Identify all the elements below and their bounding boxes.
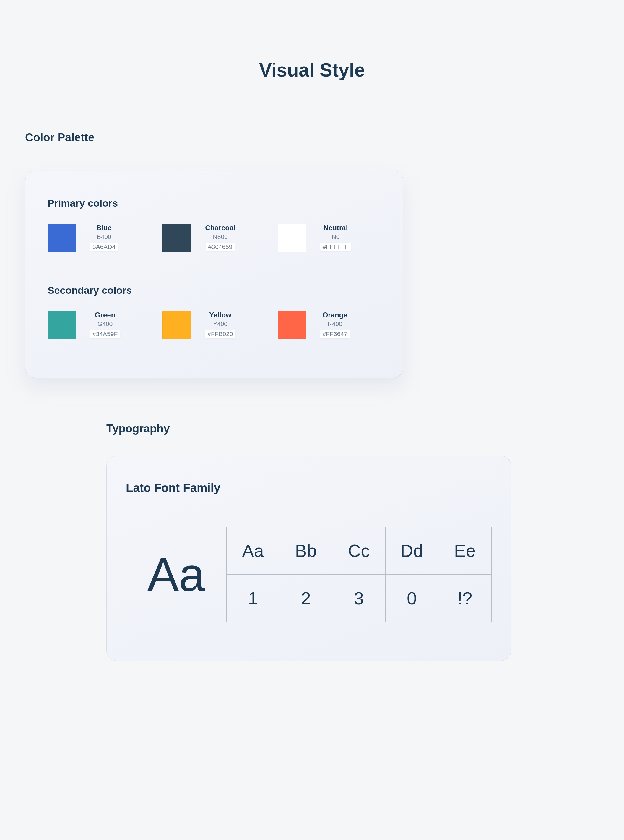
swatch-info: Orange R400 #FF6647 <box>320 311 350 338</box>
swatch-item-green: Green G400 #34A59F <box>48 311 151 339</box>
primary-colors-row: Blue B400 3A6AD4 Charcoal N800 #304659 N… <box>48 224 381 252</box>
color-palette-heading: Color Palette <box>25 131 624 144</box>
swatch-hex: #FFFFFF <box>320 243 351 251</box>
swatch-item-yellow: Yellow Y400 #FFB020 <box>162 311 266 339</box>
swatch-box <box>278 224 306 252</box>
swatch-token: N0 <box>332 233 340 240</box>
secondary-colors-row: Green G400 #34A59F Yellow Y400 #FFB020 O… <box>48 311 381 339</box>
font-cell: Ee <box>439 527 491 575</box>
swatch-box <box>278 311 306 339</box>
font-cell: 2 <box>280 575 332 622</box>
color-palette-section: Color Palette Primary colors Blue B400 3… <box>0 131 624 378</box>
font-family-heading: Lato Font Family <box>126 481 492 495</box>
swatch-name: Orange <box>323 311 348 319</box>
swatch-hex: #304659 <box>206 243 235 251</box>
font-cell: Cc <box>332 527 385 575</box>
swatch-hex: #FFB020 <box>205 330 235 338</box>
swatch-info: Yellow Y400 #FFB020 <box>205 311 235 338</box>
typography-section: Typography Lato Font Family Aa Aa Bb Cc … <box>0 422 624 661</box>
swatch-info: Blue B400 3A6AD4 <box>90 224 118 251</box>
font-cell: Aa <box>227 527 280 575</box>
font-small-grid: Aa Bb Cc Dd Ee 1 2 3 0 !? <box>227 527 491 622</box>
swatch-name: Green <box>95 311 115 319</box>
font-cell: Dd <box>386 527 439 575</box>
swatch-token: N800 <box>213 233 228 240</box>
font-cell: Bb <box>280 527 332 575</box>
swatch-info: Charcoal N800 #304659 <box>205 224 235 251</box>
swatch-name: Yellow <box>209 311 231 319</box>
swatch-token: G400 <box>97 320 113 328</box>
secondary-colors-heading: Secondary colors <box>48 285 381 296</box>
font-large-sample: Aa <box>126 527 227 622</box>
swatch-name: Charcoal <box>205 224 235 232</box>
swatch-box <box>162 311 191 339</box>
swatch-hex: 3A6AD4 <box>90 243 118 251</box>
swatch-info: Green G400 #34A59F <box>90 311 120 338</box>
swatch-item-charcoal: Charcoal N800 #304659 <box>162 224 266 252</box>
swatch-item-neutral: Neutral N0 #FFFFFF <box>278 224 381 252</box>
swatch-token: Y400 <box>213 320 227 328</box>
swatch-box <box>162 224 191 252</box>
color-palette-card: Primary colors Blue B400 3A6AD4 Charcoal… <box>25 170 403 378</box>
font-cell: 1 <box>227 575 280 622</box>
font-cell: !? <box>439 575 491 622</box>
swatch-name: Blue <box>96 224 112 232</box>
swatch-token: R400 <box>327 320 343 328</box>
primary-colors-heading: Primary colors <box>48 198 381 209</box>
swatch-box <box>48 311 76 339</box>
swatch-hex: #34A59F <box>90 330 120 338</box>
swatch-box <box>48 224 76 252</box>
typography-heading: Typography <box>107 422 624 435</box>
swatch-name: Neutral <box>324 224 348 232</box>
font-cell: 0 <box>386 575 439 622</box>
swatch-item-blue: Blue B400 3A6AD4 <box>48 224 151 252</box>
swatch-item-orange: Orange R400 #FF6647 <box>278 311 381 339</box>
swatch-hex: #FF6647 <box>320 330 350 338</box>
swatch-info: Neutral N0 #FFFFFF <box>320 224 351 251</box>
font-sample-grid: Aa Aa Bb Cc Dd Ee 1 2 3 0 !? <box>126 527 492 622</box>
font-cell: 3 <box>332 575 385 622</box>
swatch-token: B400 <box>97 233 111 240</box>
typography-card: Lato Font Family Aa Aa Bb Cc Dd Ee 1 2 3… <box>107 456 511 661</box>
page-title: Visual Style <box>0 0 624 81</box>
